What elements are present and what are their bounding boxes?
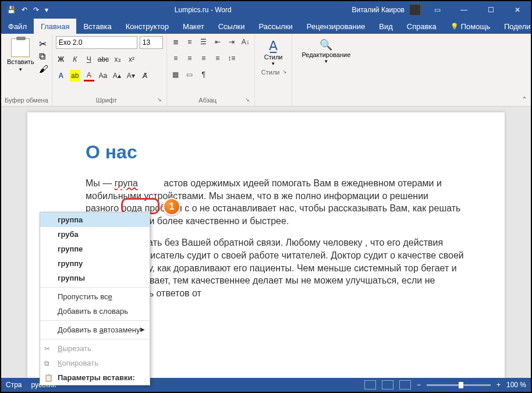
suggestion-5[interactable]: группы: [40, 271, 150, 285]
format-painter-icon[interactable]: 🖌: [39, 64, 48, 73]
align-center-button[interactable]: ≡: [185, 52, 195, 64]
print-layout-icon[interactable]: [382, 380, 393, 390]
separator: [40, 339, 150, 339]
strike-button[interactable]: abc: [98, 54, 109, 65]
group-label-clipboard: Буфер обмена: [5, 97, 48, 105]
clear-format-button[interactable]: A̸: [140, 70, 150, 82]
tab-layout[interactable]: Макет: [176, 19, 211, 34]
ignore-all[interactable]: Пропустить все: [40, 289, 150, 304]
tell-me[interactable]: Помощь: [444, 19, 497, 34]
read-mode-icon[interactable]: [364, 380, 376, 390]
title-bar: 💾 ↶ ↷ ▾ Lumpics.ru - Word Виталий Каиров…: [1, 1, 531, 19]
line-spacing-button[interactable]: ↕≡: [226, 52, 237, 64]
p1-prefix: Мы —: [86, 178, 115, 188]
suggestion-3[interactable]: группе: [40, 242, 150, 256]
indent-dec-button[interactable]: ⇤: [212, 36, 223, 48]
web-layout-icon[interactable]: [399, 380, 411, 390]
close-icon[interactable]: ✕: [504, 1, 531, 19]
bullets-button[interactable]: ≣: [171, 36, 181, 48]
highlight-button[interactable]: ab: [70, 70, 80, 82]
clipboard-icon: [11, 38, 30, 57]
tab-references[interactable]: Ссылки: [211, 19, 252, 34]
text-effects-button[interactable]: A: [56, 70, 66, 82]
group-label-styles: Стили: [258, 69, 283, 77]
avatar[interactable]: [409, 4, 421, 16]
styles-label: Стили: [264, 54, 283, 61]
multilevel-button[interactable]: ☰: [198, 36, 209, 48]
group-clipboard: Вставить ▾ ✂ ⧉ 🖌 Буфер обмена: [1, 34, 52, 106]
save-icon[interactable]: 💾: [7, 6, 16, 14]
tab-view[interactable]: Вид: [372, 19, 400, 34]
maximize-icon[interactable]: ☐: [477, 1, 504, 19]
font-dialog-launcher[interactable]: ↘: [157, 97, 163, 105]
subscript-button[interactable]: x₂: [112, 54, 123, 65]
separator: [40, 320, 150, 321]
paste-options[interactable]: 📋Параметры вставки:: [40, 370, 150, 385]
cut-icon: ✂: [44, 345, 50, 353]
tab-help[interactable]: Справка: [400, 19, 444, 34]
window-title: Lumpics.ru - Word: [54, 6, 352, 14]
heading-1[interactable]: О нас: [86, 141, 464, 163]
copy-icon[interactable]: ⧉: [39, 51, 48, 61]
redo-icon[interactable]: ↷: [33, 6, 39, 14]
add-to-dictionary[interactable]: Добавить в словарь: [40, 304, 150, 318]
submenu-arrow-icon: ▶: [140, 326, 145, 332]
sort-button[interactable]: A↓: [240, 36, 251, 48]
zoom-in-button[interactable]: +: [496, 381, 501, 389]
align-left-button[interactable]: ≡: [171, 52, 181, 64]
share-button[interactable]: Поделиться: [497, 19, 532, 34]
suggestion-1[interactable]: группа: [40, 213, 150, 227]
styles-dialog-launcher[interactable]: ↘: [282, 69, 288, 77]
bold-button[interactable]: Ж: [56, 54, 66, 65]
superscript-button[interactable]: x²: [126, 54, 137, 65]
cut-item: ✂Вырезать: [40, 341, 150, 356]
editing-button[interactable]: 🔍 Редактирование ▾: [296, 36, 356, 66]
italic-button[interactable]: К: [70, 54, 80, 65]
zoom-out-button[interactable]: −: [417, 381, 421, 389]
editing-label: Редактирование: [302, 51, 350, 58]
styles-button[interactable]: A̲ Стили ▾: [258, 36, 289, 69]
font-color-button[interactable]: A: [84, 70, 94, 82]
ribbon-display-icon[interactable]: ▭: [424, 1, 451, 19]
paragraph-dialog-launcher[interactable]: ↘: [245, 97, 251, 105]
tab-insert[interactable]: Вставка: [76, 19, 118, 34]
shrink-font-button[interactable]: A▾: [126, 70, 136, 82]
user-area[interactable]: Виталий Каиров: [352, 4, 424, 16]
undo-icon[interactable]: ↶: [22, 6, 27, 14]
zoom-slider[interactable]: [427, 384, 491, 386]
show-marks-button[interactable]: ¶: [198, 69, 209, 80]
paste-button[interactable]: Вставить ▾: [5, 36, 37, 75]
suggestion-2[interactable]: груба: [40, 227, 150, 242]
styles-icon: A̲: [269, 38, 278, 54]
numbering-button[interactable]: ≡: [185, 36, 195, 48]
grow-font-button[interactable]: A▴: [112, 70, 122, 82]
font-size-combo[interactable]: [140, 36, 163, 49]
tab-design[interactable]: Конструктор: [119, 19, 176, 34]
tab-home[interactable]: Главная: [34, 19, 76, 34]
minimize-icon[interactable]: —: [451, 1, 477, 19]
page-indicator[interactable]: Стра: [6, 381, 22, 389]
tab-review[interactable]: Рецензирование: [300, 19, 372, 34]
indent-inc-button[interactable]: ⇥: [226, 36, 237, 48]
align-justify-button[interactable]: ≡: [212, 52, 223, 64]
cut-icon[interactable]: ✂: [39, 38, 48, 48]
separator: [40, 287, 150, 288]
group-editing: 🔍 Редактирование ▾: [292, 34, 360, 106]
tab-file[interactable]: Файл: [1, 19, 34, 34]
collapse-ribbon-icon[interactable]: ⌃: [522, 95, 527, 104]
add-to-autocorrect[interactable]: Добавить в автозамену▶: [40, 323, 150, 337]
tab-mailings[interactable]: Рассылки: [251, 19, 299, 34]
change-case-button[interactable]: Aa: [98, 70, 108, 82]
underline-button[interactable]: Ч: [84, 54, 94, 65]
font-name-combo[interactable]: [56, 36, 137, 49]
chevron-down-icon: ▾: [325, 58, 328, 64]
align-right-button[interactable]: ≡: [198, 52, 209, 64]
shading-button[interactable]: ▦: [171, 69, 181, 80]
zoom-level[interactable]: 100 %: [506, 381, 526, 389]
group-label-font: Шрифт: [56, 97, 157, 105]
copy-icon: ⧉: [44, 359, 49, 367]
suggestion-4[interactable]: группу: [40, 256, 150, 271]
qat-more-icon[interactable]: ▾: [45, 6, 48, 14]
misspelled-word[interactable]: група: [115, 178, 138, 188]
borders-button[interactable]: ▭: [185, 69, 195, 80]
